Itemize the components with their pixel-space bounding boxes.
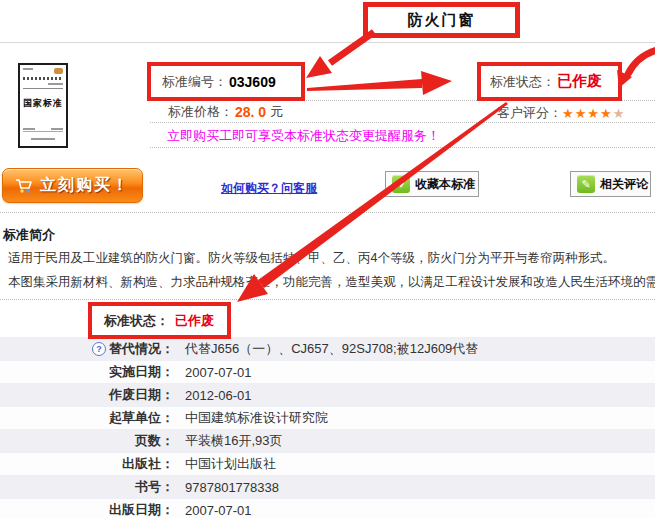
comments-icon: ✎ [577, 175, 595, 193]
product-page: 防火门窗 国家标准 标准编号： 03J609 标准状态： 已作废 标准价格： 2… [0, 0, 655, 518]
table-row-abolished-date: 作废日期： 2012-06-01 [0, 383, 655, 406]
cover-subtext [48, 83, 63, 85]
cover-corner-text [23, 68, 33, 70]
dotted-separator [150, 147, 655, 148]
dotted-separator [0, 212, 655, 213]
cover-logo [54, 68, 63, 74]
cover-footnote-right [51, 128, 63, 130]
row-label: 出版社： [122, 455, 174, 473]
cover-rule [23, 88, 63, 89]
row-label: 替代情况： [109, 340, 174, 358]
row-value: 中国计划出版社 [178, 455, 276, 473]
standard-number-box: 标准编号： 03J609 [147, 62, 305, 101]
status-row-box: 标准状态： 已作废 [88, 302, 231, 339]
standard-cover-image[interactable]: 国家标准 [18, 63, 68, 148]
row-value: 2012-06-01 [178, 388, 252, 403]
row-label: 书号： [135, 478, 174, 496]
favorite-label: 收藏本标准 [415, 176, 475, 193]
arrowhead-status [421, 71, 452, 95]
table-row-pages: 页数： 平装横16开,93页 [0, 429, 655, 452]
arrow-edge-to-status [628, 50, 655, 74]
standard-number-value: 03J609 [229, 74, 276, 90]
rating-row: 客户评分： ★★★★★ [497, 104, 625, 122]
cover-publisher-line [31, 138, 55, 140]
row-value: 2007-07-01 [178, 503, 252, 518]
table-row-publish-date: 出版日期： 2007-07-01 [0, 498, 655, 518]
rating-label: 客户评分： [497, 104, 562, 122]
price-value: 28. 0 [235, 104, 266, 120]
comments-label: 相关评论 [600, 176, 648, 193]
standard-status-value: 已作废 [557, 72, 602, 91]
dotted-separator [150, 122, 655, 123]
row-label: 页数： [135, 432, 174, 450]
star-rating-icon: ★★★★★ [562, 107, 625, 120]
table-row-isbn: 书号： 9787801778338 [0, 475, 655, 498]
row-value: 2007-07-01 [178, 365, 252, 380]
row-value: 平装横16开,93页 [178, 432, 283, 450]
standard-status-label: 标准状态： [490, 73, 555, 91]
intro-heading: 标准简介 [3, 226, 55, 244]
row-label: 起草单位： [109, 409, 174, 427]
cover-footline [23, 131, 63, 132]
dotted-separator [0, 299, 655, 300]
table-row-implementation-date: 实施日期： 2007-07-01 [0, 360, 655, 383]
favorite-standard-button[interactable]: ♥ 收藏本标准 [385, 171, 479, 197]
promo-text: 立即购买工即可享受本标准状态变更提醒服务！ [167, 127, 440, 145]
related-comments-button[interactable]: ✎ 相关评论 [570, 171, 651, 197]
row-label: 出版日期： [109, 501, 174, 518]
arrow-to-status [307, 79, 422, 91]
table-row-publisher: 出版社： 中国计划出版社 [0, 452, 655, 475]
row-label: 实施日期： [109, 363, 174, 381]
buy-now-label: 立刻购买！ [40, 175, 130, 196]
details-table: ? 替代情况： 代替J656（一）、CJ657、92SJ708;被12J609代… [0, 337, 655, 518]
status-row-value: 已作废 [175, 312, 214, 330]
callout-box-title: 防火门窗 [363, 2, 520, 38]
callout-label: 防火门窗 [408, 11, 476, 30]
row-value: 中国建筑标准设计研究院 [178, 409, 328, 427]
standard-status-box: 标准状态： 已作废 [477, 62, 622, 101]
table-row-replacement: ? 替代情况： 代替J656（一）、CJ657、92SJ708;被12J609代… [0, 337, 655, 360]
price-unit: 元 [270, 103, 283, 121]
row-label: 作废日期： [109, 386, 174, 404]
row-value: 9787801778338 [178, 480, 279, 495]
status-row-label: 标准状态： [104, 312, 169, 330]
favorite-icon: ♥ [392, 175, 410, 193]
table-row-drafting-unit: 起草单位： 中国建筑标准设计研究院 [0, 406, 655, 429]
standard-number-label: 标准编号： [162, 73, 227, 91]
cart-icon [15, 178, 33, 194]
intro-line-2: 本图集采用新材料、新构造、力求品种规格齐全，功能完善，造型美观，以满足工程设计发… [8, 274, 655, 291]
price-row: 标准价格： 28. 0 元 [168, 103, 283, 121]
arrowhead-number [306, 56, 332, 78]
help-icon[interactable]: ? [92, 342, 106, 356]
buy-now-button[interactable]: 立刻购买！ [2, 168, 143, 203]
cover-header-text [23, 77, 63, 80]
price-label: 标准价格： [168, 103, 233, 121]
cover-title: 国家标准 [20, 97, 66, 110]
row-value: 代替J656（一）、CJ657、92SJ708;被12J609代替 [178, 340, 478, 358]
how-to-buy-link[interactable]: 如何购买？问客服 [221, 180, 317, 197]
header-divider [0, 42, 655, 43]
intro-line-1: 适用于民用及工业建筑的防火门窗。防火等级包括特、甲、乙、丙4个等级，防火门分为平… [8, 250, 615, 267]
cover-footnote-left [23, 128, 35, 130]
